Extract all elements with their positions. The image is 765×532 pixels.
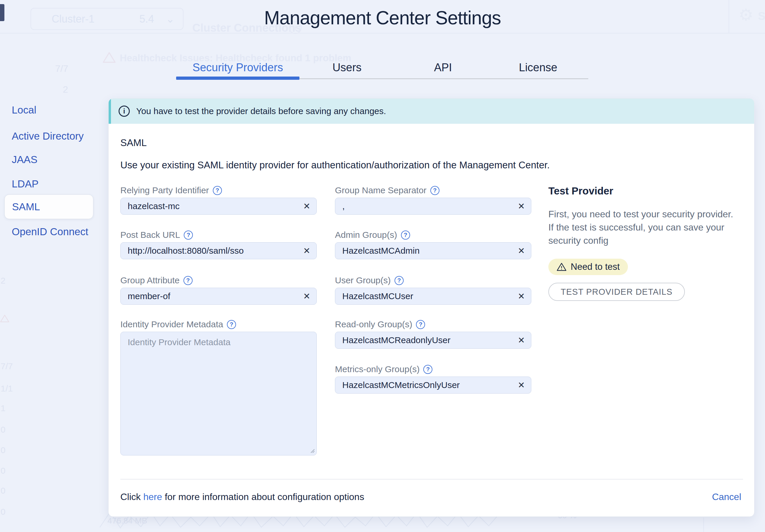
help-icon[interactable]: ?	[184, 230, 193, 240]
sidebar-item-jaas[interactable]: JAAS	[12, 154, 38, 165]
ghost-left-count: 0	[1, 486, 6, 496]
active-tab-indicator	[176, 77, 300, 80]
field-user-groups: User Group(s) ? ✕	[335, 275, 531, 305]
clear-icon[interactable]: ✕	[303, 292, 310, 301]
field-label: Group Attribute	[120, 275, 180, 285]
section-title: SAML	[120, 137, 147, 148]
test-provider-title: Test Provider	[548, 185, 613, 197]
ghost-left-count: 0	[1, 425, 6, 435]
warning-triangle-icon	[103, 52, 116, 63]
field-label: Post Back URL	[120, 230, 180, 240]
tab-users[interactable]: Users	[332, 61, 362, 74]
sidebar-item-label: SAML	[12, 201, 40, 213]
saml-settings-panel: i You have to test the provider details …	[108, 98, 754, 517]
field-relying-party-identifier: Relying Party Identifier ? ✕	[120, 185, 317, 215]
ghost-count-members: 7/7	[55, 63, 68, 74]
warning-triangle-icon	[556, 262, 566, 271]
cancel-button[interactable]: Cancel	[712, 491, 741, 502]
field-label: Identity Provider Metadata	[120, 319, 223, 329]
post-back-url-input[interactable]	[120, 242, 317, 259]
clear-icon[interactable]: ✕	[518, 381, 525, 390]
sidebar-item-openid-connect[interactable]: OpenID Connect	[12, 226, 88, 238]
tab-bar: Security Providers Users API License	[176, 60, 588, 81]
ghost-count-clients: 2	[63, 84, 68, 95]
footer-info-text: Click here for more information about co…	[120, 491, 364, 502]
metrics-groups-input[interactable]	[335, 377, 531, 394]
field-label: Metrics-only Group(s)	[335, 364, 419, 374]
management-center-settings-screen: { "window": { "title": "Management Cente…	[0, 0, 765, 532]
readonly-groups-input[interactable]	[335, 332, 531, 349]
field-group-attribute: Group Attribute ? ✕	[120, 275, 317, 305]
field-admin-groups: Admin Group(s) ? ✕	[335, 229, 531, 259]
help-icon[interactable]: ?	[430, 186, 439, 195]
field-label: Relying Party Identifier	[120, 185, 209, 195]
ghost-left-count: 0	[1, 445, 6, 455]
clear-icon[interactable]: ✕	[303, 202, 310, 211]
field-label: Read-only Group(s)	[335, 319, 412, 329]
info-banner: i You have to test the provider details …	[109, 99, 754, 124]
clear-icon[interactable]: ✕	[518, 292, 525, 301]
clear-icon[interactable]: ✕	[518, 247, 525, 255]
ghost-left-count: 0	[1, 466, 6, 476]
user-groups-input[interactable]	[335, 288, 531, 305]
warning-triangle-icon	[0, 314, 9, 323]
page-title: Management Center Settings	[0, 7, 765, 29]
ghost-left-count: 1	[1, 403, 6, 413]
field-group-name-separator: Group Name Separator ? ✕	[335, 185, 531, 215]
ghost-left-count: 0	[1, 507, 6, 517]
ghost-chart-axis	[703, 518, 704, 532]
ghost-left-count: 7/7	[1, 361, 13, 371]
ghost-topbar-border	[0, 33, 765, 33]
sidebar-item-ldap[interactable]: LDAP	[12, 178, 38, 190]
field-metrics-groups: Metrics-only Group(s) ? ✕	[335, 364, 531, 394]
banner-message: You have to test the provider details be…	[136, 106, 386, 116]
status-badge: Need to test	[548, 259, 628, 275]
help-icon[interactable]: ?	[227, 320, 236, 329]
banner-accent-bar	[109, 99, 111, 124]
sidebar-item-local[interactable]: Local	[12, 104, 36, 116]
sidebar-item-active-directory[interactable]: Active Directory	[12, 130, 84, 142]
help-icon[interactable]: ?	[394, 276, 403, 285]
identity-provider-metadata-textarea[interactable]	[120, 332, 317, 455]
footer-text-suffix: for more information about configuration…	[162, 491, 364, 502]
clear-icon[interactable]: ✕	[518, 336, 525, 345]
test-provider-details-button[interactable]: TEST PROVIDER DETAILS	[548, 283, 685, 301]
here-link[interactable]: here	[143, 491, 162, 502]
tab-security-providers[interactable]: Security Providers	[193, 61, 283, 74]
resize-handle-icon[interactable]	[310, 448, 315, 453]
section-description: Use your existing SAML identity provider…	[120, 159, 550, 171]
ghost-left-count: 2	[1, 276, 6, 286]
field-label: Admin Group(s)	[335, 230, 397, 240]
help-icon[interactable]: ?	[423, 365, 432, 374]
field-label: User Group(s)	[335, 275, 391, 285]
info-icon: i	[119, 106, 130, 117]
footer-text-prefix: Click	[120, 491, 143, 502]
help-icon[interactable]: ?	[184, 276, 193, 285]
ghost-left-count: 1/1	[1, 384, 13, 394]
field-readonly-groups: Read-only Group(s) ? ✕	[335, 319, 531, 349]
tab-license[interactable]: License	[519, 61, 557, 74]
clear-icon[interactable]: ✕	[303, 247, 310, 255]
footer-divider	[120, 479, 743, 479]
field-post-back-url: Post Back URL ? ✕	[120, 229, 317, 259]
help-icon[interactable]: ?	[416, 320, 425, 329]
relying-party-identifier-input[interactable]	[120, 198, 317, 215]
test-provider-description: First, you need to test your security pr…	[548, 208, 739, 247]
admin-groups-input[interactable]	[335, 242, 531, 259]
field-identity-provider-metadata: Identity Provider Metadata ?	[120, 319, 317, 457]
group-name-separator-input[interactable]	[335, 198, 531, 215]
status-badge-label: Need to test	[571, 262, 620, 272]
help-icon[interactable]: ?	[213, 186, 222, 195]
clear-icon[interactable]: ✕	[518, 202, 525, 211]
tab-api[interactable]: API	[434, 61, 452, 74]
field-label: Group Name Separator	[335, 185, 426, 195]
help-icon[interactable]: ?	[401, 230, 410, 240]
sidebar-item-saml[interactable]: SAML	[4, 194, 93, 219]
ghost-memory-label: 476.84 MB	[107, 516, 147, 526]
group-attribute-input[interactable]	[120, 288, 317, 305]
